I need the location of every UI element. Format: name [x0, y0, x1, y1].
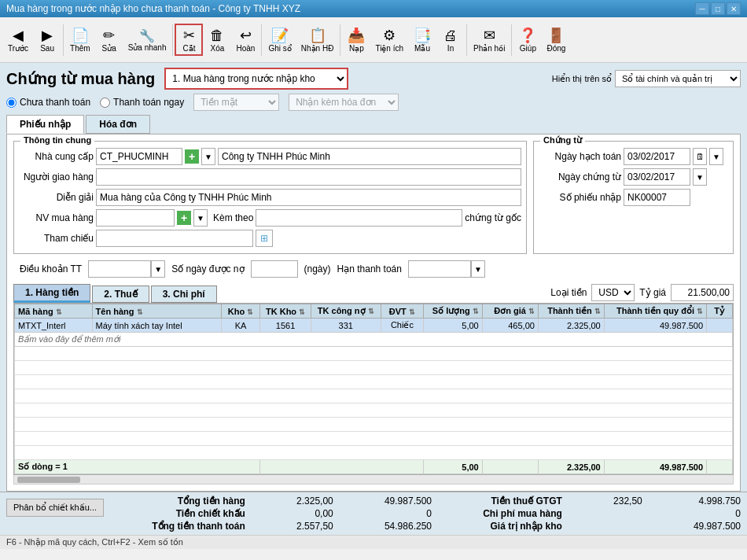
nguoi-giao-hang-label: Người giao hàng [19, 171, 94, 182]
nv-mua-hang-label: NV mua hàng [19, 212, 94, 223]
col-thanh-tien: Thành tiền ⇅ [538, 304, 604, 319]
display-select[interactable]: Sổ tài chính và quản trị [615, 70, 741, 87]
col-kho: Kho ⇅ [221, 304, 259, 319]
col-tk-cong-no: TK công nợ ⇅ [311, 304, 381, 319]
toolbar-giup[interactable]: ❓ Giúp [513, 25, 542, 54]
add-row[interactable]: Bấm vào đây để thêm mới [15, 333, 733, 347]
gia-tri-nhap-kho-label: Giá trị nhập kho [441, 521, 562, 532]
nv-mua-hang-add-btn[interactable]: + [177, 211, 191, 225]
so-ngay-duoc-no-label: Số ngày được nợ [171, 263, 244, 274]
thanh-toan-ngay-radio[interactable]: Thanh toán ngay [100, 97, 184, 108]
title-bar: Mua hàng trong nước nhập kho chưa thanh … [0, 0, 747, 17]
chi-phi-mua-hang-value: 0 [652, 508, 741, 519]
han-thanh-toan-dropdown[interactable]: ▼ [471, 260, 485, 278]
tien-thue-gtgt-value1: 232,50 [572, 496, 642, 507]
tab-phieu-nhap[interactable]: Phiếu nhập [6, 115, 84, 134]
ngay-hach-toan-label: Ngày hạch toán [539, 151, 621, 162]
toolbar-truoc[interactable]: ◀ Trước [3, 25, 33, 54]
type-select[interactable]: 1. Mua hàng trong nước nhập kho 2. Mua h… [166, 69, 347, 88]
han-thanh-toan-label: Hạn thanh toán [337, 263, 402, 274]
tien-chiet-khau-label: Tiền chiết khấu [110, 508, 245, 519]
tong-tien-thanh-toan-label: Tổng tiền thanh toán [110, 521, 245, 532]
phan-bo-btn[interactable]: Phân bổ chiết khấu... [6, 499, 104, 517]
tong-tien-hang-value2: 49.987.500 [343, 496, 432, 507]
ngay-chung-tu-input[interactable] [624, 168, 690, 186]
toolbar-sua-nhanh[interactable]: 🔧 Sửa nhanh [123, 27, 171, 53]
toolbar-them[interactable]: 📄 Thêm [65, 25, 95, 54]
tong-tien-thanh-toan-value2: 54.986.250 [343, 521, 432, 532]
item-tab-chi-phi[interactable]: 3. Chi phí [151, 286, 217, 303]
col-ty: Tỷ [707, 304, 733, 319]
toolbar-phan-hoi[interactable]: ✉ Phản hồi [469, 25, 510, 54]
toolbar: ◀ Trước ▶ Sau 📄 Thêm ✏ Sửa 🔧 Sửa nhanh ✂… [0, 17, 747, 63]
footer: Phân bổ chiết khấu... Tổng tiền hàng 2.3… [0, 492, 747, 535]
nha-cung-cap-name-input[interactable] [218, 148, 521, 165]
toolbar-mau[interactable]: 📑 Mẫu [408, 25, 436, 54]
tab-hoa-don[interactable]: Hóa đơn [86, 115, 150, 134]
empty-row [15, 375, 733, 389]
empty-row [15, 389, 733, 403]
kem-theo-label: Kèm theo [213, 212, 253, 223]
item-tab-thue[interactable]: 2. Thuế [92, 286, 149, 303]
tong-tien-hang-value1: 2.325,00 [255, 496, 333, 507]
ngay-label: (ngày) [304, 263, 331, 274]
tham-chieu-label: Tham chiếu [19, 233, 94, 244]
receipt-type-select[interactable]: Nhận kèm hóa đơn Nhận trước hóa đơn [289, 94, 399, 111]
close-btn[interactable]: ✕ [727, 2, 741, 15]
han-thanh-toan-input[interactable] [408, 260, 471, 278]
toolbar-sau[interactable]: ▶ Sau [33, 25, 61, 54]
so-ngay-duoc-no-input[interactable] [251, 260, 298, 278]
ty-gia-input[interactable] [671, 284, 734, 301]
dieu-khoan-tt-label: Điều khoản TT [20, 263, 82, 274]
tham-chieu-link-btn[interactable]: ⊞ [256, 230, 273, 247]
col-tk-kho: TK Kho ⇅ [260, 304, 311, 319]
tham-chieu-input[interactable] [96, 230, 253, 247]
nv-mua-hang-input[interactable] [96, 209, 175, 227]
window-title: Mua hàng trong nước nhập kho chưa thanh … [6, 3, 300, 14]
nha-cung-cap-dropdown-btn[interactable]: ▼ [201, 148, 215, 165]
ty-gia-label: Tỷ giá [639, 287, 666, 298]
toolbar-in[interactable]: 🖨 In [436, 26, 465, 54]
dien-giai-input[interactable] [96, 189, 521, 206]
nha-cung-cap-input[interactable] [96, 148, 182, 165]
toolbar-ghi-so[interactable]: 📝 Ghi sổ [263, 25, 296, 54]
kem-theo-input[interactable] [256, 209, 462, 227]
chung-tu-goc-label: chứng từ gốc [465, 212, 521, 223]
ngay-hach-toan-input[interactable] [624, 148, 690, 165]
toolbar-tien-ich[interactable]: ⚙ Tiện ích [370, 25, 408, 54]
empty-row [15, 446, 733, 460]
empty-row [15, 432, 733, 446]
col-ten-hang: Tên hàng ⇅ [92, 304, 221, 319]
tien-thue-gtgt-value2: 4.998.750 [652, 496, 741, 507]
table-row[interactable]: MTXT_Interl Máy tính xách tay Intel KA 1… [15, 319, 733, 333]
dieu-khoan-tt-dropdown[interactable]: ▼ [151, 260, 165, 278]
toolbar-nhan-hd[interactable]: 📋 Nhận HĐ [296, 25, 339, 54]
toolbar-xoa[interactable]: 🗑 Xóa [203, 26, 231, 54]
toolbar-nap[interactable]: 📥 Nạp [342, 25, 370, 54]
minimize-btn[interactable]: ─ [695, 2, 709, 15]
nha-cung-cap-add-btn[interactable]: + [185, 149, 199, 164]
ngay-chung-tu-dropdown-btn[interactable]: ▼ [693, 168, 707, 186]
tong-tien-hang-label: Tổng tiền hàng [110, 496, 245, 507]
toolbar-cat[interactable]: ✂ Cắt [175, 24, 203, 56]
nv-mua-hang-dropdown-btn[interactable]: ▼ [193, 209, 208, 227]
toolbar-sua[interactable]: ✏ Sửa [95, 25, 123, 54]
maximize-btn[interactable]: □ [711, 2, 725, 15]
total-row: Số dòng = 1 5,00 2.325,00 49.987.500 [15, 460, 733, 474]
so-phieu-nhap-input[interactable] [624, 189, 690, 206]
tien-thue-gtgt-label: Tiền thuế GTGT [441, 496, 562, 507]
toolbar-hoan[interactable]: ↩ Hoàn [231, 25, 259, 54]
nguoi-giao-hang-input[interactable] [96, 168, 521, 186]
loai-tien-select[interactable]: USD VND [591, 284, 635, 301]
window-controls[interactable]: ─ □ ✕ [695, 2, 741, 15]
horizontal-scrollbar[interactable] [13, 475, 734, 484]
ngay-hach-toan-cal-btn[interactable]: 🗓 [693, 148, 707, 165]
dieu-khoan-tt-input[interactable] [88, 260, 151, 278]
tien-chiet-khau-value1: 0,00 [255, 508, 333, 519]
chua-thanh-toan-radio[interactable]: Chưa thanh toán [6, 97, 90, 108]
ngay-hach-toan-dropdown-btn[interactable]: ▼ [709, 148, 723, 165]
toolbar-dong[interactable]: 🚪 Đóng [542, 25, 570, 54]
payment-method-select[interactable]: Tiền mặt Chuyển khoản [193, 94, 279, 111]
item-tab-hang-tien[interactable]: 1. Hàng tiền [13, 284, 90, 303]
status-bar: F6 - Nhập mã quy cách, Ctrl+F2 - Xem số … [0, 535, 747, 549]
